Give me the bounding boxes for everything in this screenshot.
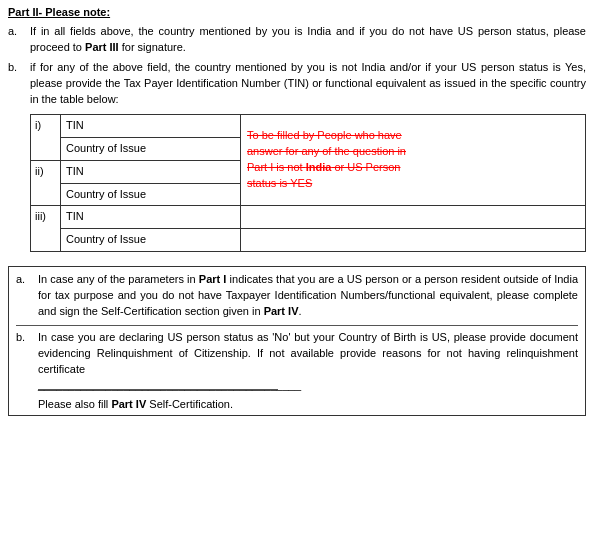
part4-rest: Self-Certification. [146,398,233,410]
note-line3: Part I is not [247,161,306,173]
part4-note-text: Please also fill [38,398,111,410]
note-line3-end: or US Person [331,161,400,173]
tin-note-cell: To be filled by People who have answer f… [241,114,586,206]
table-row: i) TIN To be filled by People who have a… [31,114,586,137]
section-a2-text1: In case any of the parameters in [38,273,199,285]
table-row: iii) TIN [31,206,586,229]
row-ii-label: ii) [31,160,61,206]
tin-table: i) TIN To be filled by People who have a… [30,114,586,253]
section-a2-content: In case any of the parameters in Part I … [38,272,578,320]
note-line1: To be filled by People who have [247,129,402,141]
section-b2-content: In case you are declaring US person stat… [38,330,578,394]
row-i-country: Country of Issue [61,137,241,160]
section-a2-text3: . [298,305,301,317]
bottom-section: a. In case any of the parameters in Part… [8,266,586,416]
part-header: Part II- Please note: [8,6,586,18]
section-b-content: if for any of the above field, the count… [30,60,586,256]
table-row: Country of Issue [31,229,586,252]
row-ii-country: Country of Issue [61,183,241,206]
section-b-text: if for any of the above field, the count… [30,61,586,105]
section-a2-label: a. [16,272,38,285]
note-line4: status is YES [247,177,312,189]
section-b: b. if for any of the above field, the co… [8,60,586,256]
note-india: India [306,161,332,173]
section-b2-underline: ________________________________________… [38,378,278,390]
part4-bold: Part IV [111,398,146,410]
row-iii-country: Country of Issue [61,229,241,252]
row-iii-label: iii) [31,206,61,252]
part-iv-note: Please also fill Part IV Self-Certificat… [38,398,578,410]
divider [16,325,578,326]
row-iii-note-empty [241,206,586,229]
section-a-bold: Part III [85,41,119,53]
section-a-text2: for signature. [119,41,186,53]
row-iii-tin: TIN [61,206,241,229]
row-i-tin: TIN [61,114,241,137]
row-iii-country-empty [241,229,586,252]
section-b2-label: b. [16,330,38,343]
section-a-label: a. [8,24,30,37]
section-a: a. If in all fields above, the country m… [8,24,586,56]
row-ii-tin: TIN [61,160,241,183]
section-a-content: If in all fields above, the country ment… [30,24,586,56]
page-container: Part II- Please note: a. If in all field… [0,0,594,427]
section-b2-text1: In case you are declaring US person stat… [38,331,578,375]
row-i-label: i) [31,114,61,160]
section-a2-bold1: Part I [199,273,227,285]
section-a2-bold2: Part IV [264,305,299,317]
note-line2: answer for any of the question in [247,145,406,157]
section-b2: b. In case you are declaring US person s… [16,330,578,394]
section-a2: a. In case any of the parameters in Part… [16,272,578,320]
section-b-label: b. [8,60,30,73]
